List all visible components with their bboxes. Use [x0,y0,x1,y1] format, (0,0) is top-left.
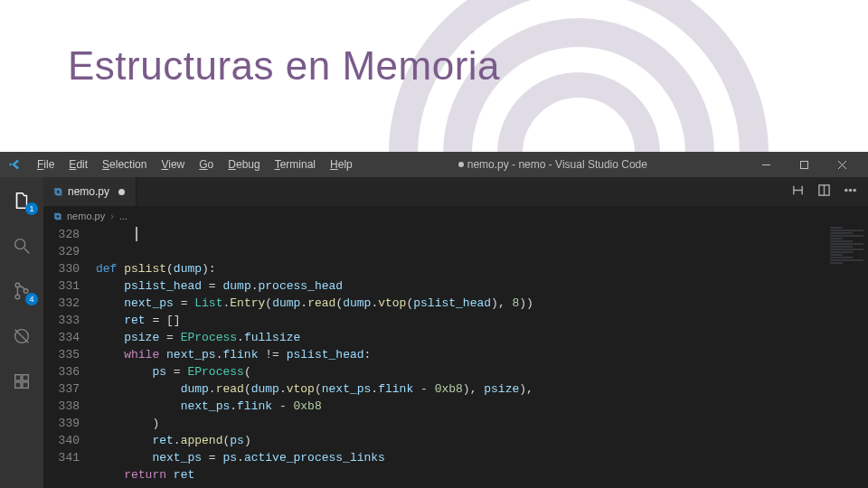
compare-changes-icon[interactable] [791,183,805,200]
svg-line-5 [24,249,30,254]
svg-rect-12 [23,375,28,380]
window-controls [747,152,861,177]
editor-tabs: ⧉ nemo.py [43,177,868,206]
unsaved-dot-icon [458,162,464,167]
menu-view[interactable]: View [155,155,191,174]
vscode-window: File Edit Selection View Go Debug Termin… [0,152,868,488]
activity-extensions[interactable] [0,363,43,399]
svg-rect-14 [23,382,28,388]
close-button[interactable] [823,152,861,177]
editor-area: ⧉ nemo.py ⧉ nemo.py › ... 3283293303313 [43,177,868,488]
tab-label: nemo.py [68,185,109,198]
svg-rect-13 [15,382,21,388]
python-file-icon: ⧉ [54,211,61,222]
breadcrumb[interactable]: ⧉ nemo.py › ... [43,206,868,226]
activity-scm[interactable]: 4 [0,273,43,309]
window-title: nemo.py - nemo - Visual Studio Code [363,158,743,171]
svg-point-19 [854,189,855,191]
menu-edit[interactable]: Edit [62,155,94,174]
chevron-right-icon: › [110,211,114,221]
breadcrumb-file: nemo.py [67,211,105,221]
tab-nemo-py[interactable]: ⧉ nemo.py [43,177,137,206]
code-content[interactable]: def pslist(dump): pslist_head = dump.pro… [96,226,868,488]
svg-point-6 [15,283,20,287]
minimize-button[interactable] [747,152,785,177]
svg-point-17 [845,189,847,191]
window-title-text: nemo.py - nemo - Visual Studio Code [467,158,647,171]
menu-selection[interactable]: Selection [96,155,153,174]
svg-rect-11 [15,375,21,380]
minimap[interactable] [826,226,868,488]
menu-debug[interactable]: Debug [222,155,266,174]
slide-title: Estructuras en Memoria [68,43,500,89]
menu-terminal[interactable]: Terminal [269,155,322,174]
editor-actions [780,177,868,206]
unsaved-indicator-icon [118,189,125,195]
scm-badge: 4 [25,293,38,305]
more-actions-icon[interactable] [844,183,857,200]
breadcrumb-segment: ... [119,211,127,221]
svg-point-18 [849,189,851,191]
svg-rect-1 [800,161,807,168]
titlebar: File Edit Selection View Go Debug Termin… [0,152,868,177]
activity-explorer[interactable]: 1 [0,183,43,219]
menu-help[interactable]: Help [324,155,359,174]
menu-file[interactable]: File [31,155,61,174]
activity-bar: 1 4 [0,177,43,488]
vscode-logo-icon [7,157,22,172]
maximize-button[interactable] [785,152,823,177]
menu-bar: File Edit Selection View Go Debug Termin… [31,155,359,174]
activity-debug[interactable] [0,318,43,354]
svg-point-7 [15,295,20,299]
menu-go[interactable]: Go [193,155,220,174]
line-number-gutter: 3283293303313323333343353363373383393403… [43,226,96,488]
text-cursor [136,227,137,241]
explorer-badge: 1 [25,202,38,215]
split-editor-icon[interactable] [817,183,831,200]
svg-point-4 [15,239,25,249]
code-editor[interactable]: 3283293303313323333343353363373383393403… [43,226,868,488]
activity-search[interactable] [0,228,43,264]
python-file-icon: ⧉ [54,185,62,198]
